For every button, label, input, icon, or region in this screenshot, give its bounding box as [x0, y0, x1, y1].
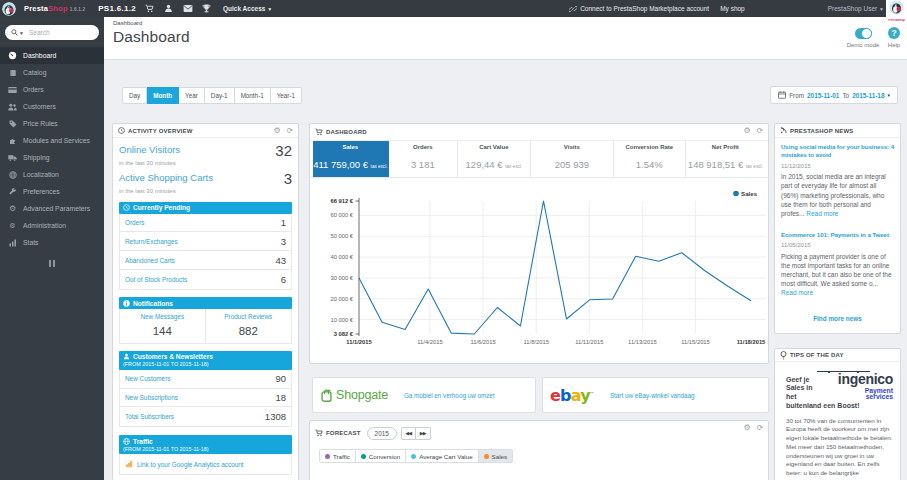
kpi-label: Net Profit: [686, 144, 765, 150]
user-menu[interactable]: PrestaShop User ▼: [828, 5, 884, 12]
demo-mode-toggle[interactable]: [855, 28, 872, 39]
range-day-button[interactable]: Day: [122, 87, 147, 104]
sales-line-chart[interactable]: 66 912 €60 000 €50 000 €40 000 €30 000 €…: [310, 178, 768, 365]
active-carts-link[interactable]: Active Shopping Carts: [119, 172, 213, 183]
range-year-1-button[interactable]: Year-1: [271, 87, 302, 104]
range-month-1-button[interactable]: Month-1: [235, 87, 271, 104]
sidebar-item-shipping[interactable]: Shipping: [0, 149, 104, 166]
kpi-conversion-rate[interactable]: Conversion Rate 1.54%: [614, 141, 686, 177]
search-input[interactable]: [29, 29, 85, 36]
panel-settings-icon[interactable]: ⚙: [744, 127, 751, 135]
legend-average-cart-value[interactable]: Average Cart Value: [406, 449, 478, 463]
sidebar-item-stats[interactable]: Stats: [0, 234, 104, 251]
returns-link[interactable]: Return/Exchanges: [125, 238, 178, 245]
shopgate-link[interactable]: Ga mobiel en verhoog uw omzet: [404, 392, 495, 399]
kpi-visits[interactable]: Visits 205 939: [531, 141, 614, 177]
panel-refresh-icon[interactable]: ⟳: [757, 424, 763, 432]
online-visitors-link[interactable]: Online Visitors: [119, 144, 180, 155]
sidebar-collapse-button[interactable]: [0, 253, 104, 271]
table-row: Total Subscribers1308: [120, 407, 291, 426]
sidebar-item-localization[interactable]: Localization: [0, 166, 104, 183]
kpi-value: 1.54%: [614, 159, 685, 170]
svg-text:50 000 €: 50 000 €: [330, 233, 353, 239]
customers-notifications-icon[interactable]: [164, 4, 174, 14]
table-row: Out of Stock Products6: [120, 270, 291, 289]
legend-sales[interactable]: Sales: [479, 449, 513, 463]
cart-notifications-icon[interactable]: [145, 4, 155, 14]
collapse-icon: [49, 260, 51, 267]
new-messages-link[interactable]: New Messages: [120, 313, 205, 320]
sidebar-item-catalog[interactable]: Catalog: [0, 64, 104, 81]
google-analytics-link[interactable]: Link to your Google Analytics account: [137, 461, 244, 468]
kpi-value: 411 759,00 € tax excl.: [313, 159, 388, 170]
section-title: Traffic: [123, 438, 288, 445]
range-year-button[interactable]: Year: [179, 87, 205, 104]
currently-pending-header: Currently Pending: [119, 202, 292, 214]
range-month-button[interactable]: Month: [147, 87, 179, 104]
new-subscriptions-link[interactable]: New Subscriptions: [125, 394, 178, 401]
date-range-presets: Day Month Year Day-1 Month-1 Year-1: [122, 87, 302, 104]
panel-settings-icon[interactable]: ⚙: [744, 424, 751, 432]
legend-conversion[interactable]: Conversion: [356, 449, 406, 463]
page-header: Dashboard Dashboard Demo mode ? Help: [104, 17, 907, 60]
date-range-picker[interactable]: From 2015-11-01 To 2015-11-18 ▾: [770, 86, 898, 104]
ebay-link[interactable]: Start uw eBay-winkel vandaag: [610, 392, 695, 399]
messages-notifications-icon[interactable]: [183, 4, 193, 14]
kpi-sales[interactable]: Sales 411 759,00 € tax excl.: [313, 141, 389, 177]
sidebar-item-price-rules[interactable]: Price Rules: [0, 115, 104, 132]
sidebar-item-orders[interactable]: Orders: [0, 81, 104, 98]
sidebar-item-customers[interactable]: Customers: [0, 98, 104, 115]
legend-traffic[interactable]: Traffic: [319, 449, 356, 463]
panel-settings-icon[interactable]: ⚙: [274, 127, 281, 135]
panel-refresh-icon[interactable]: ⟳: [287, 127, 293, 135]
forecast-next-button[interactable]: ▶▶: [416, 427, 431, 440]
group-icon: [8, 102, 17, 111]
row-value: 3: [281, 236, 286, 247]
kpi-orders[interactable]: Orders 3 181: [389, 141, 458, 177]
tips-of-the-day-panel: TIPS OF THE DAY ingenico Payment service…: [774, 348, 901, 480]
search-scope-caret-icon[interactable]: ▼: [19, 30, 24, 36]
sidebar-item-advanced-parameters[interactable]: ⚙ Advanced Parameters: [0, 200, 104, 217]
news-article-title[interactable]: Using social media for your business: 4 …: [781, 143, 894, 160]
sidebar-item-preferences[interactable]: Preferences: [0, 183, 104, 200]
marketplace-connect-link[interactable]: Connect to PrestaShop Marketplace accoun…: [569, 5, 709, 13]
shopgate-card[interactable]: Shopgate Ga mobiel en verhoog uw omzet: [312, 377, 536, 413]
kpi-cart-value[interactable]: Cart Value 129,44 € tax excl.: [458, 141, 531, 177]
abandoned-carts-link[interactable]: Abandoned Carts: [125, 257, 175, 264]
ebay-card[interactable]: ebay™ Start uw eBay-winkel vandaag: [542, 377, 769, 413]
sidebar-search[interactable]: ▼: [5, 25, 99, 40]
orders-link[interactable]: Orders: [125, 219, 145, 226]
row-value: 18: [275, 392, 286, 403]
clock-icon: [118, 127, 125, 134]
sidebar-item-dashboard[interactable]: Dashboard: [0, 47, 104, 64]
sidebar-item-modules[interactable]: Modules and Services: [0, 132, 104, 149]
new-messages-cell: New Messages 144: [120, 309, 206, 343]
my-shop-link[interactable]: My shop: [720, 5, 745, 12]
forecast-prev-button[interactable]: ◀◀: [401, 427, 416, 440]
ebay-logo: ebay™: [550, 386, 594, 405]
news-article-title[interactable]: Ecommerce 101: Payments in a Tweet: [781, 231, 894, 239]
kpi-net-profit[interactable]: Net Profit 148 918,51 € tax excl.: [686, 141, 765, 177]
quick-access-menu[interactable]: Quick Access ▼: [223, 5, 272, 12]
user-avatar[interactable]: PrestaShop: [886, 0, 907, 21]
product-reviews-link[interactable]: Product Reviews: [206, 313, 292, 320]
new-customers-link[interactable]: New Customers: [125, 375, 170, 382]
help-icon[interactable]: ?: [888, 27, 900, 39]
svg-text:11/15/2015: 11/15/2015: [681, 339, 710, 345]
out-of-stock-link[interactable]: Out of Stock Products: [125, 276, 187, 283]
row-value: 6: [281, 274, 286, 285]
kpi-label: Conversion Rate: [614, 144, 685, 150]
panel-title: PRESTASHOP NEWS: [790, 128, 853, 134]
forecast-year[interactable]: 2015: [367, 427, 397, 440]
read-more-link[interactable]: Read more: [781, 289, 813, 296]
range-day-1-button[interactable]: Day-1: [205, 87, 235, 104]
trophy-icon[interactable]: [202, 4, 212, 14]
read-more-link[interactable]: Read more: [806, 210, 838, 217]
page-title: Dashboard: [113, 28, 190, 46]
total-subscribers-link[interactable]: Total Subscribers: [125, 413, 174, 420]
find-more-news-link[interactable]: Find more news: [781, 315, 894, 322]
lightbulb-icon: [780, 351, 787, 360]
panel-refresh-icon[interactable]: ⟳: [757, 127, 763, 135]
sidebar-item-administration[interactable]: ⚙ Administration: [0, 217, 104, 234]
row-value: 90: [275, 373, 286, 384]
